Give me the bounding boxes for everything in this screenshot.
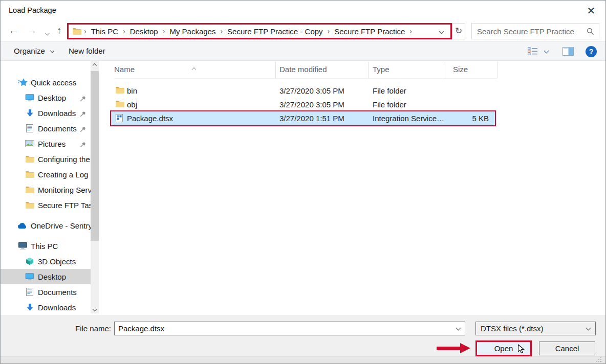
- sidebar-item-creating-log[interactable]: Creating a Log F: [1, 167, 91, 182]
- address-dropdown-chevron-icon[interactable]: [439, 29, 444, 34]
- file-date-modified: 3/27/2020 3:05 PM: [279, 98, 344, 111]
- folder-icon: [116, 86, 124, 95]
- sidebar-item-3d-objects[interactable]: 3D Objects: [1, 254, 91, 269]
- computer-icon: [17, 241, 28, 251]
- footer-bar: File name: DTSX files (*.dtsx) Open Canc…: [1, 315, 605, 364]
- sidebar-item-label: Pictures: [38, 140, 66, 148]
- sidebar-item-label: 3D Objects: [38, 257, 76, 266]
- column-divider: [275, 62, 276, 78]
- new-folder-button[interactable]: New folder: [69, 42, 105, 60]
- forward-icon: →: [27, 25, 37, 36]
- column-header-date-modified[interactable]: Date modified: [279, 61, 327, 78]
- search-input[interactable]: [472, 24, 599, 39]
- header-underline: [114, 78, 497, 79]
- file-row-obj[interactable]: obj 3/27/2020 3:05 PM File folder: [111, 98, 495, 111]
- pin-icon: [80, 110, 86, 119]
- sidebar-item-quick-access[interactable]: Quick access: [1, 75, 91, 90]
- back-icon[interactable]: ←: [9, 25, 18, 36]
- navigation-pane: Quick access Desktop Downloads Documents…: [1, 61, 91, 315]
- organize-label: Organize: [14, 47, 45, 55]
- sidebar-item-onedrive[interactable]: OneDrive - Sentry: [1, 218, 91, 233]
- column-header-name[interactable]: Name: [114, 61, 135, 78]
- open-button[interactable]: Open: [475, 340, 532, 356]
- sidebar-item-desktop-pinned[interactable]: Desktop: [1, 90, 91, 105]
- help-icon[interactable]: ?: [586, 46, 597, 57]
- sidebar-item-label: This PC: [31, 242, 58, 251]
- breadcrumb-this-pc[interactable]: This PC: [89, 27, 120, 36]
- new-folder-label: New folder: [69, 47, 105, 55]
- folder-icon: [116, 100, 124, 109]
- file-row-package-dtsx-selected[interactable]: Package.dtsx 3/27/2020 1:51 PM Integrati…: [111, 111, 495, 125]
- file-size: [445, 98, 489, 111]
- file-row-bin[interactable]: bin 3/27/2020 3:05 PM File folder: [111, 84, 495, 98]
- navigation-bar: ← → ↑ › This PC › Desktop › My Packages …: [1, 21, 605, 41]
- chevron-down-icon: [586, 326, 591, 331]
- cancel-button[interactable]: Cancel: [539, 342, 595, 355]
- file-list: Name Date modified Type Size bin 3/27/20…: [99, 61, 605, 315]
- sidebar-item-pictures-pinned[interactable]: Pictures: [1, 136, 91, 151]
- open-button-label: Open: [494, 344, 513, 353]
- column-header-type[interactable]: Type: [373, 61, 389, 78]
- scroll-down-icon[interactable]: [91, 305, 99, 313]
- preview-pane-icon[interactable]: [562, 47, 574, 56]
- search-icon[interactable]: [587, 28, 594, 37]
- folder-icon: [25, 154, 35, 164]
- sidebar-item-secure-ftp-task[interactable]: Secure FTP Task: [1, 197, 91, 213]
- chevron-down-icon: [50, 49, 54, 53]
- dialog-title: Load Package: [9, 6, 56, 14]
- up-icon[interactable]: ↑: [57, 25, 62, 36]
- sidebar-item-downloads-pinned[interactable]: Downloads: [1, 105, 91, 121]
- scroll-up-icon[interactable]: [91, 61, 99, 70]
- sidebar-item-monitoring[interactable]: Monitoring Servi: [1, 182, 91, 197]
- sidebar-item-downloads[interactable]: Downloads: [1, 300, 91, 315]
- folder-icon: [73, 28, 81, 35]
- folder-icon: [25, 200, 35, 210]
- details-view-icon[interactable]: [528, 47, 538, 56]
- crumb-separator: ›: [81, 27, 89, 35]
- crumb-separator: ›: [218, 27, 225, 35]
- sidebar-scrollbar[interactable]: [91, 61, 99, 313]
- file-size: 5 KB: [445, 111, 489, 125]
- dtsx-package-icon: [116, 114, 123, 124]
- file-name-input[interactable]: [115, 322, 465, 335]
- sidebar-item-documents-pinned[interactable]: Documents: [1, 121, 91, 136]
- annotation-arrow-head: [460, 343, 470, 353]
- address-bar[interactable]: › This PC › Desktop › My Packages › Secu…: [67, 23, 452, 39]
- sidebar-item-this-pc[interactable]: This PC: [1, 238, 91, 254]
- close-icon[interactable]: ✕: [586, 6, 596, 16]
- recent-locations-chevron-icon[interactable]: [45, 31, 50, 36]
- refresh-button[interactable]: ↻: [452, 23, 465, 39]
- sidebar-item-label: Quick access: [31, 78, 76, 87]
- folder-icon: [25, 185, 35, 194]
- column-headers: Name Date modified Type Size: [99, 61, 605, 78]
- file-name: bin: [127, 84, 137, 98]
- crumb-separator: ›: [120, 27, 128, 35]
- load-package-dialog: Load Package ✕ ← → ↑ › This PC › Desktop…: [0, 0, 606, 364]
- breadcrumb-secure-ftp-practice-copy[interactable]: Secure FTP Practice - Copy: [225, 27, 324, 36]
- pin-icon: [80, 141, 86, 149]
- document-icon: [25, 287, 35, 297]
- file-type-dropdown[interactable]: DTSX files (*.dtsx): [475, 322, 596, 335]
- pin-icon: [80, 125, 86, 134]
- column-header-size[interactable]: Size: [453, 61, 468, 78]
- file-name-combo: [114, 322, 465, 335]
- sidebar-item-label: OneDrive - Sentry: [31, 221, 91, 230]
- sidebar-item-label: Documents: [38, 124, 77, 133]
- breadcrumb-secure-ftp-practice[interactable]: Secure FTP Practice: [332, 27, 407, 36]
- resize-grip-icon[interactable]: [600, 361, 601, 362]
- sidebar-item-documents[interactable]: Documents: [1, 284, 91, 300]
- sidebar-item-configuring[interactable]: Configuring the C: [1, 151, 91, 167]
- file-type: File folder: [373, 84, 406, 98]
- command-toolbar: Organize New folder ?: [1, 41, 605, 61]
- onedrive-cloud-icon: [17, 221, 28, 230]
- sidebar-item-label: Documents: [38, 288, 77, 297]
- breadcrumb-desktop[interactable]: Desktop: [128, 27, 160, 36]
- scrollbar-thumb[interactable]: [91, 71, 99, 241]
- view-options-chevron-icon[interactable]: [544, 49, 549, 54]
- document-icon: [25, 124, 35, 133]
- bottom-strip: [1, 356, 605, 364]
- sidebar-item-desktop-selected[interactable]: Desktop: [1, 269, 91, 284]
- breadcrumb-my-packages[interactable]: My Packages: [167, 27, 218, 36]
- organize-button[interactable]: Organize: [14, 42, 54, 60]
- sidebar-item-label: Downloads: [38, 303, 76, 312]
